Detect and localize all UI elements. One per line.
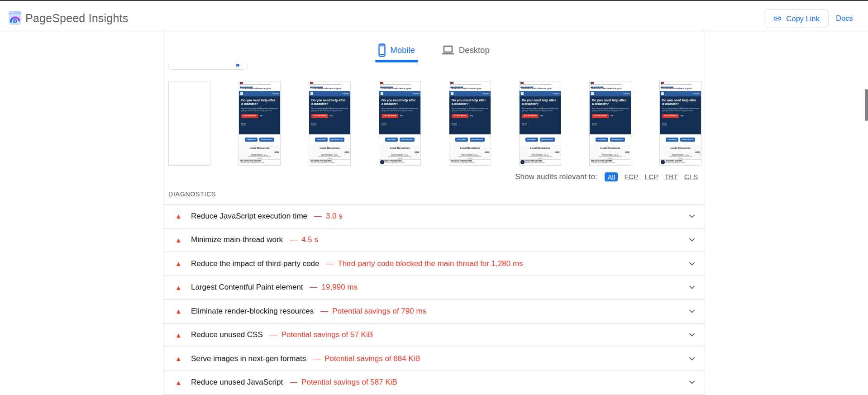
audit-title: Reduce JavaScript execution time xyxy=(191,212,307,221)
thumb-espanol-link: Español xyxy=(241,123,246,125)
filter-fcp[interactable]: FCP xyxy=(624,173,638,181)
thumb-view-process-button: View the Process xyxy=(400,138,415,142)
hamburger-menu-icon xyxy=(661,92,664,95)
thumb-help-label: Help xyxy=(540,115,543,117)
thumb-hero-body: We can help you apply for FEMA disaster … xyxy=(452,108,488,112)
thumb-change-link: Change xyxy=(625,151,630,152)
back-to-top-icon: ↑ xyxy=(520,160,525,164)
thumb-hero-title: Do you need help after a disaster? xyxy=(241,99,278,106)
filter-cls[interactable]: CLS xyxy=(684,173,698,181)
thumb-location-value: Washington, D.C. xyxy=(458,153,482,157)
filmstrip-thumbnail: An official website of the United States… xyxy=(379,81,421,166)
thumb-gov-banner: An official website of the United States… xyxy=(590,81,631,87)
audit-value: —4.5 s xyxy=(290,235,318,244)
audit-value: —Potential savings of 684 KiB xyxy=(313,354,420,363)
thumb-location-label: Location xyxy=(449,158,491,159)
thumb-shelters-body: Locate the nearest open Red Cross shelte… xyxy=(591,162,630,164)
chevron-down-icon[interactable] xyxy=(688,212,696,220)
thumb-get-started-button: Let's Get Started xyxy=(311,114,328,118)
thumb-gov-banner: An official website of the United States… xyxy=(309,81,350,87)
thumb-shelters-bar: RED CROSS OPEN SHELTERS Locate the neare… xyxy=(660,159,701,165)
thumb-location-label: Location xyxy=(379,158,420,159)
audit-row[interactable]: ▲ Reduce the impact of third-party code … xyxy=(163,252,705,276)
chevron-down-icon[interactable] xyxy=(688,236,696,244)
tab-mobile[interactable]: Mobile xyxy=(375,43,418,57)
audit-row[interactable]: ▲ Reduce unused JavaScript —Potential sa… xyxy=(163,371,705,395)
thumb-change-link: Change xyxy=(485,151,489,152)
filter-tbt[interactable]: TBT xyxy=(665,173,678,181)
filmstrip-thumbnail: An official website of the United States… xyxy=(589,81,631,166)
chevron-down-icon[interactable] xyxy=(688,260,696,268)
hamburger-menu-icon xyxy=(451,92,453,95)
thumb-shelters-bar: RED CROSS OPEN SHELTERS Locate the neare… xyxy=(590,159,631,165)
audit-value: —19,990 ms xyxy=(310,283,358,292)
thumb-gov-banner: An official website of the United States… xyxy=(379,81,420,87)
us-flag-icon xyxy=(450,82,453,84)
thumb-shelters-body: Locate the nearest open Red Cross shelte… xyxy=(310,162,349,164)
tab-desktop[interactable]: Desktop xyxy=(439,43,493,57)
thumb-navbar: Languages xyxy=(309,91,350,96)
thumb-languages-label: Languages xyxy=(693,93,700,95)
thumb-check-status-button: Check Status xyxy=(315,138,327,142)
thumbnail-page: An official website of the United States… xyxy=(379,81,420,165)
audit-title: Eliminate render-blocking resources xyxy=(191,307,314,316)
thumb-change-link: Change xyxy=(695,151,700,152)
audit-row[interactable]: ▲ Minimize main-thread work —4.5 s xyxy=(163,228,705,252)
back-to-top-icon: ↑ xyxy=(661,160,665,164)
audit-title: Largest Contentful Paint element xyxy=(191,283,303,292)
chevron-down-icon[interactable] xyxy=(688,283,696,291)
thumb-hero: Do you need help after a disaster? We ca… xyxy=(449,96,491,134)
filter-label: Show audits relevant to: xyxy=(515,172,597,181)
thumb-location-value: Washington, D.C. xyxy=(599,153,622,157)
thumb-hero: Do you need help after a disaster? We ca… xyxy=(239,96,280,134)
chevron-down-icon[interactable] xyxy=(688,355,696,363)
back-to-top-icon: ↑ xyxy=(380,160,384,164)
audit-title: Serve images in next-gen formats xyxy=(191,354,306,363)
warning-triangle-icon: ▲ xyxy=(175,284,183,291)
thumb-languages-label: Languages xyxy=(342,93,349,95)
chevron-down-icon[interactable] xyxy=(688,331,696,339)
vertical-scrollbar-thumb[interactable] xyxy=(865,89,868,121)
thumb-hero: Do you need help after a disaster? We ca… xyxy=(660,96,701,134)
thumb-espanol-link: Español xyxy=(382,123,386,125)
filter-all[interactable]: All xyxy=(605,172,618,181)
thumb-shelters-body: Locate the nearest open Red Cross shelte… xyxy=(661,162,700,164)
chevron-down-icon[interactable] xyxy=(688,307,696,315)
thumb-hero-title: Do you need help after a disaster? xyxy=(452,99,488,106)
thumb-action-buttons: Check Status View the Process xyxy=(449,134,491,145)
thumb-get-started-button: Let's Get Started xyxy=(382,114,398,118)
thumb-espanol-link: Español xyxy=(452,123,457,125)
thumb-check-status-button: Check Status xyxy=(666,138,678,142)
thumb-shelters-body: Locate the nearest open Red Cross shelte… xyxy=(240,162,279,164)
filter-lcp[interactable]: LCP xyxy=(644,173,658,181)
thumb-local-title: Local Resources xyxy=(520,147,561,149)
audit-row[interactable]: ▲ Serve images in next-gen formats —Pote… xyxy=(163,347,705,371)
warning-triangle-icon: ▲ xyxy=(175,332,183,338)
docs-link[interactable]: Docs xyxy=(836,14,853,23)
thumb-site-logo: DisasterAssistance.gov xyxy=(449,87,491,91)
audit-row[interactable]: ▲ Eliminate render-blocking resources —P… xyxy=(163,300,705,324)
audit-filter-row: Show audits relevant to: All FCP LCP TBT… xyxy=(498,171,698,183)
audit-row[interactable]: ▲ Reduce JavaScript execution time —3.0 … xyxy=(163,205,705,228)
audit-row[interactable]: ▲ Reduce unused CSS —Potential savings o… xyxy=(163,324,705,347)
copy-link-button[interactable]: Copy Link xyxy=(764,9,829,28)
diagnostics-section-label: DIAGNOSTICS xyxy=(168,190,216,198)
thumb-shelters-body: Locate the nearest open Red Cross shelte… xyxy=(381,162,419,164)
thumb-shelters-bar: RED CROSS OPEN SHELTERS Locate the neare… xyxy=(379,159,420,165)
thumb-local-resources: Local Resources Washington, D.C. Change … xyxy=(660,145,701,159)
audit-row[interactable]: ▲ Largest Contentful Paint element —19,9… xyxy=(163,276,705,300)
thumb-change-link: Change xyxy=(344,151,349,152)
thumb-view-process-button: View the Process xyxy=(329,138,344,142)
hamburger-menu-icon xyxy=(381,92,383,95)
thumb-gov-banner: An official website of the United States… xyxy=(449,81,491,87)
chevron-down-icon[interactable] xyxy=(688,378,696,386)
thumb-change-link: Change xyxy=(555,151,559,152)
thumb-local-title: Local Resources xyxy=(239,147,280,149)
laptop-icon xyxy=(442,45,454,55)
thumb-view-process-button: View the Process xyxy=(680,138,695,142)
thumb-get-started-button: Let's Get Started xyxy=(452,114,468,118)
thumb-help-label: Help xyxy=(330,115,333,117)
thumb-shelters-body: Locate the nearest open Red Cross shelte… xyxy=(451,162,489,164)
tab-desktop-label: Desktop xyxy=(459,45,490,55)
thumb-languages-label: Languages xyxy=(272,93,279,95)
